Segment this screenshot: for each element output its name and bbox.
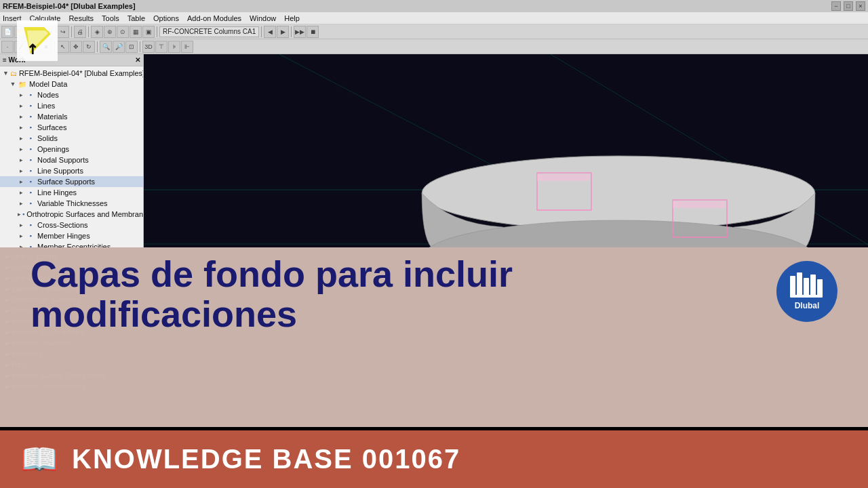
tb-stop[interactable]: ⏹ <box>307 26 319 38</box>
expand-cross: ▸ <box>18 222 24 228</box>
tree-surface-supports-label: Surface Supports <box>37 178 95 186</box>
tree-mem-eccentricities[interactable]: ▸ ▪ Member Eccentricities <box>0 241 143 247</box>
expand-line-hinges: ▸ <box>18 189 24 196</box>
icon-line-hinges: ▪ <box>26 188 35 197</box>
tb2-zoom-in[interactable]: 🔍 <box>100 41 112 53</box>
tb-run[interactable]: ▶▶ <box>294 26 306 38</box>
main-heading: Capas de fondo para incluir modificacion… <box>31 254 539 335</box>
tree-ortho-surfaces[interactable]: ▸ ▪ Orthotropic Surfaces and Membranes <box>0 209 143 220</box>
menu-window[interactable]: Window <box>250 14 276 22</box>
tree-solids[interactable]: ▸ ▪ Solids <box>0 133 143 144</box>
tree-member-hinges[interactable]: ▸ ▪ Member Hinges <box>0 230 143 241</box>
tree-cross-label: Cross-Sections <box>37 221 88 229</box>
tb2-view-top[interactable]: ⊤ <box>155 41 167 53</box>
tb-redo[interactable]: ↪ <box>57 26 69 38</box>
tb-btn-c[interactable]: ⊙ <box>117 26 129 38</box>
menu-results[interactable]: Results <box>68 14 94 22</box>
tb-btn-d[interactable]: ▦ <box>130 26 142 38</box>
tree-nodal-supports[interactable]: ▸ ▪ Nodal Supports <box>0 155 143 165</box>
expand-solids: ▸ <box>18 135 24 142</box>
expand-openings: ▸ <box>18 146 24 152</box>
toolbar-2: · ╱ □ ■ ↖ ✥ ↻ 🔍 🔎 ⊡ 3D ⊤ ⊧ ⊩ <box>0 39 868 54</box>
tb2-view-3d[interactable]: 3D <box>142 41 155 53</box>
expand-var-thick: ▸ <box>18 200 24 207</box>
dlubal-logo: Dlubal <box>776 261 837 322</box>
tree-nodes[interactable]: ▸ ▪ Nodes <box>0 89 143 100</box>
tree-cross-sections[interactable]: ▸ ▪ Cross-Sections <box>0 220 143 230</box>
expand-surface-supports: ▸ <box>18 178 24 185</box>
tree-model-data-label: Model Data <box>29 80 67 88</box>
dlubal-logo-icon <box>789 272 826 300</box>
tree-mem-hinges-label: Member Hinges <box>37 232 90 240</box>
tree-root[interactable]: ▼ 🗂 RFEM-Beispiel-04* [Dlubal Examples] <box>0 68 143 79</box>
minimize-button[interactable]: − <box>831 1 841 11</box>
icon-surface-supports: ▪ <box>26 177 35 186</box>
folder-icon-root: 🗂 <box>10 68 17 78</box>
icon-lines: ▪ <box>26 101 35 110</box>
tree-surfaces-label: Surfaces <box>37 123 66 131</box>
maximize-button[interactable]: □ <box>844 1 853 11</box>
icon-solids: ▪ <box>26 134 35 143</box>
menu-addons[interactable]: Add-on Modules <box>187 14 241 22</box>
tb2-sep-3 <box>140 41 140 52</box>
menu-help[interactable]: Help <box>284 14 300 22</box>
tb-btn-e[interactable]: ▣ <box>142 26 155 38</box>
icon-nodes: ▪ <box>26 90 35 100</box>
tree-surface-supports[interactable]: ▸ ▪ Surface Supports <box>0 176 143 187</box>
tb-btn-a[interactable]: ◈ <box>91 26 103 38</box>
tb-next[interactable]: ▶ <box>277 26 289 38</box>
svg-rect-24 <box>790 295 823 298</box>
tree-openings[interactable]: ▸ ▪ Openings <box>0 144 143 155</box>
expand-model: ▼ <box>9 81 16 87</box>
tb-btn-b[interactable]: ⊕ <box>104 26 116 38</box>
tree-lines-label: Lines <box>37 102 55 110</box>
tb-new[interactable]: 📄 <box>1 26 14 38</box>
svg-point-7 <box>422 156 815 230</box>
tb2-move[interactable]: ✥ <box>70 41 82 53</box>
app-window: RFEM-Beispiel-04* [Dlubal Examples] − □ … <box>0 0 868 247</box>
tb2-view-front[interactable]: ⊧ <box>168 41 180 53</box>
overlay-text: Capas de fondo para incluir modificacion… <box>31 254 539 335</box>
tb2-rotate[interactable]: ↻ <box>83 41 95 53</box>
svg-rect-15 <box>673 201 726 208</box>
tree-line-hinges[interactable]: ▸ ▪ Line Hinges <box>0 187 143 198</box>
expand-materials: ▸ <box>18 113 24 120</box>
tb-sep-4 <box>157 26 157 37</box>
title-bar: RFEM-Beispiel-04* [Dlubal Examples] − □ … <box>0 0 868 12</box>
tree-nodal-supports-label: Nodal Supports <box>37 156 89 164</box>
menu-tools[interactable]: Tools <box>102 14 119 22</box>
tb2-select[interactable]: ↖ <box>57 41 69 53</box>
viewport[interactable] <box>144 54 868 247</box>
tree-surfaces[interactable]: ▸ ▪ Surfaces <box>0 122 143 133</box>
tree-var-thick-label: Variable Thicknesses <box>37 199 108 207</box>
tree-line-supports[interactable]: ▸ ▪ Line Supports <box>0 165 143 176</box>
menu-table[interactable]: Table <box>127 14 145 22</box>
toolbar-1: 📄 📂 💾 ↩ ↪ 🖨 ◈ ⊕ ⊙ ▦ ▣ RF-CONCRETE Column… <box>0 24 868 39</box>
expand-nodal-supports: ▸ <box>18 157 24 163</box>
tb-print[interactable]: 🖨 <box>74 26 86 38</box>
tb2-node[interactable]: · <box>1 41 14 53</box>
icon-ortho: ▪ <box>22 209 24 219</box>
expand-root: ▼ <box>3 70 9 77</box>
dlubal-logo-text: Dlubal <box>795 301 820 310</box>
panel-close-button[interactable]: ✕ <box>135 56 140 64</box>
tb2-zoom-fit[interactable]: ⊡ <box>125 41 138 53</box>
expand-surfaces: ▸ <box>18 124 24 131</box>
tree-model-data[interactable]: ▼ 📁 Model Data <box>0 79 143 89</box>
tb2-zoom-out[interactable]: 🔎 <box>113 41 125 53</box>
tree-materials[interactable]: ▸ ▪ Materials <box>0 111 143 122</box>
tb-prev[interactable]: ◀ <box>264 26 276 38</box>
close-button[interactable]: × <box>856 1 865 11</box>
window-title: RFEM-Beispiel-04* [Dlubal Examples] <box>3 2 136 10</box>
tb-sep-2 <box>71 26 72 37</box>
tree-line-hinges-label: Line Hinges <box>37 188 77 197</box>
tree-lines[interactable]: ▸ ▪ Lines <box>0 100 143 111</box>
arrow-icon: ↗ <box>24 27 51 54</box>
3d-model-svg <box>144 54 868 247</box>
tb2-view-side[interactable]: ⊩ <box>181 41 193 53</box>
tb-sep-5 <box>261 26 262 37</box>
icon-var-thick: ▪ <box>26 199 35 208</box>
menu-options[interactable]: Options <box>153 14 179 22</box>
icon-surfaces: ▪ <box>26 123 35 132</box>
tree-variable-thicknesses[interactable]: ▸ ▪ Variable Thicknesses <box>0 198 143 209</box>
